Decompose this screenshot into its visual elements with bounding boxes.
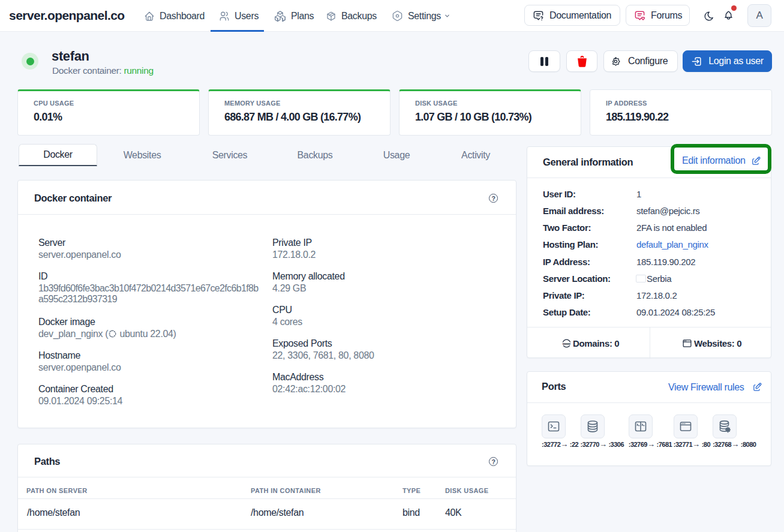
svg-text:www: www	[562, 341, 570, 345]
